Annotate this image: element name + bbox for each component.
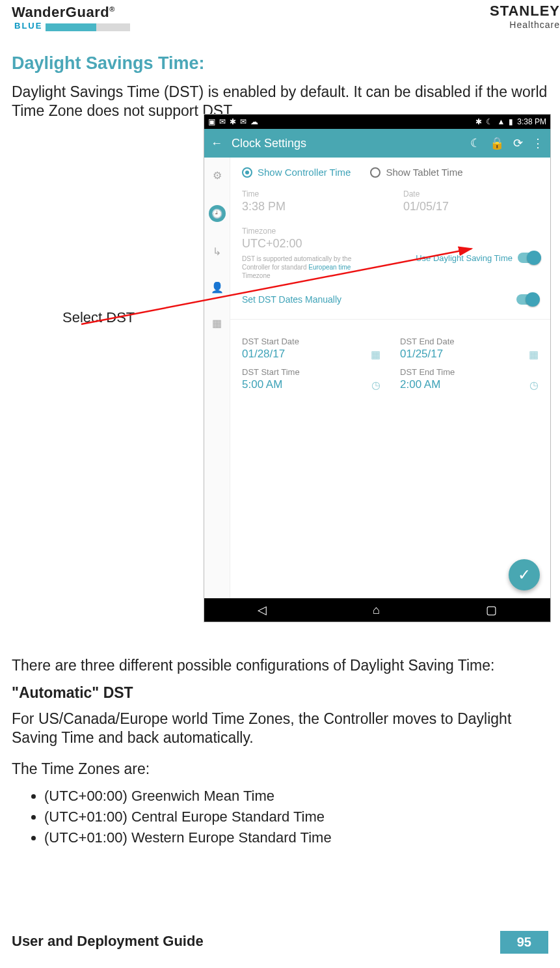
- radio-on-icon: [242, 167, 252, 178]
- status-moon-icon: ☾: [486, 117, 493, 126]
- time-value: 3:38 PM: [242, 200, 377, 214]
- time-label: Time: [242, 189, 377, 199]
- clock-mini-icon: ◷: [371, 379, 380, 391]
- settings-pane: Show Controller Time Show Tablet Time Ti…: [230, 158, 550, 598]
- back-icon[interactable]: ←: [211, 137, 222, 150]
- overflow-icon[interactable]: ⋮: [532, 136, 544, 150]
- nav-recent-icon[interactable]: ▢: [486, 603, 497, 617]
- sidebar: ⚙ 🕘 ↳ 👤 ▦: [204, 158, 230, 598]
- status-bt2-icon: ✱: [475, 117, 482, 126]
- start-time-label: DST Start Time: [242, 367, 380, 377]
- status-battery-icon: ▮: [509, 117, 513, 126]
- lock-icon[interactable]: 🔒: [490, 136, 504, 150]
- dst-note: DST is supported automatically by the Co…: [242, 255, 372, 280]
- moon-icon[interactable]: ☾: [470, 136, 481, 150]
- clock-settings-screenshot: ▣ ✉ ✱ ✉ ☁ ✱ ☾ ▲ ▮ 3:38 PM ← Clock Settin…: [204, 114, 551, 622]
- dst-dates-row: DST Start Date 01/28/17▦ DST Start Time …: [242, 330, 539, 391]
- stanley-text: STANLEY: [490, 3, 560, 20]
- status-mail-icon: ✉: [240, 117, 247, 126]
- refresh-icon[interactable]: ⟳: [513, 136, 523, 150]
- use-dst-toggle[interactable]: [518, 253, 540, 263]
- confirm-fab[interactable]: ✓: [509, 559, 540, 590]
- radio-controller-label: Show Controller Time: [258, 167, 351, 178]
- radio-controller-time[interactable]: Show Controller Time: [242, 167, 351, 178]
- start-date-label: DST Start Date: [242, 337, 380, 346]
- set-manually-label: Set DST Dates Manually: [242, 294, 341, 305]
- tz-value: UTC+02:00: [242, 237, 539, 251]
- set-manually-toggle[interactable]: [516, 294, 539, 305]
- android-nav-bar: ◁ ⌂ ▢: [204, 598, 550, 622]
- end-date-label: DST End Date: [400, 337, 539, 346]
- clock-mini-icon: ◷: [529, 379, 539, 391]
- start-date-value[interactable]: 01/28/17▦: [242, 348, 380, 361]
- set-manually-row: Set DST Dates Manually: [242, 294, 539, 305]
- gear-icon[interactable]: ⚙: [213, 169, 222, 182]
- status-cloud-icon: ☁: [250, 117, 258, 126]
- use-dst-row: Use Daylight Saving Time: [416, 253, 540, 263]
- time-date-row: Time 3:38 PM Date 01/05/17: [242, 189, 539, 214]
- status-msg-icon: ✉: [219, 117, 226, 126]
- nav-back-icon[interactable]: ◁: [258, 603, 267, 617]
- footer-title: User and Deployment Guide: [12, 933, 204, 949]
- status-app-icon: ▣: [208, 117, 215, 126]
- date-label: Date: [403, 189, 539, 199]
- page-footer: User and Deployment Guide 95: [12, 933, 548, 950]
- calendar-mini-icon: ▦: [529, 348, 539, 361]
- tz-item: (UTC+01:00) Central Europe Standard Time: [44, 809, 557, 825]
- radio-tablet-time[interactable]: Show Tablet Time: [370, 167, 462, 178]
- end-time-label: DST End Time: [400, 367, 539, 377]
- radio-tablet-label: Show Tablet Time: [386, 167, 462, 178]
- clock-icon[interactable]: 🕘: [209, 205, 226, 222]
- timezone-row: Timezone UTC+02:00: [242, 227, 539, 251]
- tz-item: (UTC+00:00) Greenwich Mean Time: [44, 788, 557, 805]
- status-bt-icon: ✱: [230, 117, 236, 126]
- auto-dst-heading: "Automatic" DST: [12, 684, 557, 702]
- android-status-bar: ▣ ✉ ✱ ✉ ☁ ✱ ☾ ▲ ▮ 3:38 PM: [204, 115, 550, 129]
- divider: [230, 319, 550, 320]
- start-time-value[interactable]: 5:00 AM◷: [242, 378, 380, 391]
- app-bar: ← Clock Settings ☾ 🔒 ⟳ ⋮: [204, 129, 550, 158]
- tz-intro: The Time Zones are:: [12, 760, 557, 779]
- three-configs: There are three different possible confi…: [12, 656, 557, 675]
- status-time: 3:38 PM: [517, 117, 546, 126]
- end-date-value[interactable]: 01/25/17▦: [400, 348, 539, 361]
- calendar-icon[interactable]: ▦: [212, 317, 222, 329]
- nav-home-icon[interactable]: ⌂: [373, 603, 380, 617]
- date-value: 01/05/17: [403, 200, 539, 214]
- tz-label: Timezone: [242, 227, 539, 236]
- content-area: ⚙ 🕘 ↳ 👤 ▦ Show Controller Time Show Tabl…: [204, 158, 550, 598]
- stanley-logo: STANLEY Healthcare: [490, 3, 560, 30]
- post-screenshot-text: There are three different possible confi…: [12, 643, 557, 850]
- auto-dst-body: For US/Canada/Europe world Time Zones, t…: [12, 710, 557, 747]
- person-icon[interactable]: 👤: [211, 281, 224, 294]
- radio-off-icon: [370, 167, 380, 178]
- tz-item: (UTC+01:00) Western Europe Standard Time: [44, 829, 557, 846]
- end-time-value[interactable]: 2:00 AM◷: [400, 378, 539, 391]
- reg-mark: ®: [109, 5, 115, 13]
- app-bar-title: Clock Settings: [232, 137, 306, 150]
- logo-stripe: [46, 23, 130, 31]
- section-title: Daylight Savings Time:: [12, 53, 559, 74]
- time-source-radios: Show Controller Time Show Tablet Time: [242, 167, 539, 178]
- wanderguard-text: WanderGuard: [12, 4, 109, 20]
- healthcare-text: Healthcare: [490, 20, 560, 30]
- header-brands: WanderGuard® BLUE STANLEY Healthcare: [0, 0, 560, 39]
- tree-icon[interactable]: ↳: [213, 245, 221, 258]
- use-dst-label: Use Daylight Saving Time: [416, 253, 513, 263]
- annotation-label: Select DST: [62, 309, 135, 326]
- status-wifi-icon: ▲: [497, 117, 505, 126]
- calendar-mini-icon: ▦: [371, 348, 380, 361]
- dst-note-link[interactable]: European time: [308, 264, 351, 271]
- page-number: 95: [500, 931, 548, 954]
- tz-list: (UTC+00:00) Greenwich Mean Time (UTC+01:…: [31, 788, 557, 846]
